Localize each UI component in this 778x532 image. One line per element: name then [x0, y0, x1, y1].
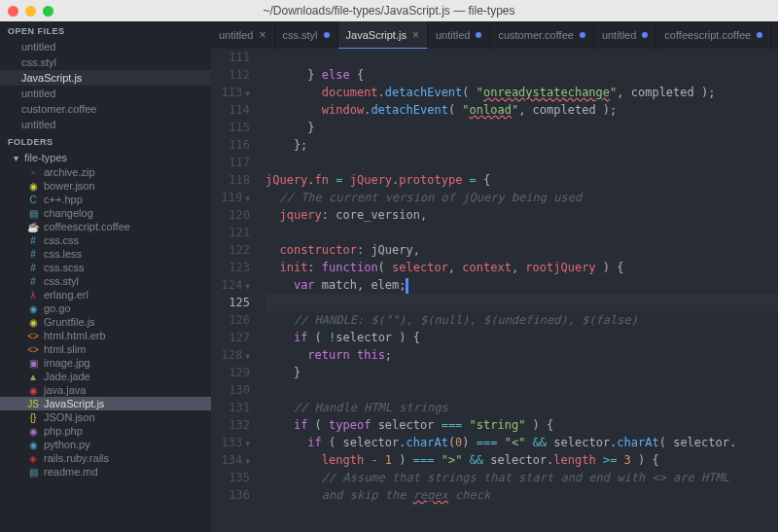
line-number[interactable]: 113▼ — [211, 84, 250, 101]
tab[interactable]: untitled× — [211, 21, 275, 49]
tree-item[interactable]: Cc++.hpp — [0, 193, 211, 206]
tab[interactable]: JavaScript.js× — [338, 21, 428, 49]
tree-item[interactable]: {}JSON.json — [0, 410, 211, 424]
tree-item[interactable]: ◉bower.json — [0, 179, 211, 193]
line-number[interactable]: 123 — [211, 259, 250, 276]
minimize-window-icon[interactable] — [25, 6, 36, 17]
tree-item[interactable]: <>html.slim — [0, 342, 211, 356]
tree-item[interactable]: ▫archive.zip — [0, 165, 211, 179]
tree-item[interactable]: #css.styl — [0, 274, 211, 288]
line-number[interactable]: 130 — [211, 381, 250, 399]
line-number[interactable]: 121 — [211, 224, 250, 241]
close-window-icon[interactable] — [8, 6, 18, 17]
fold-icon[interactable]: ▼ — [245, 89, 250, 98]
line-number[interactable]: 119▼ — [211, 189, 250, 206]
tree-item[interactable]: #css.scss — [0, 261, 211, 274]
code-line[interactable]: var match, elem; — [265, 276, 778, 294]
open-file-item[interactable]: customer.coffee — [0, 101, 211, 117]
code-line[interactable]: length - 1 ) === ">" && selector.length … — [265, 451, 778, 469]
line-number[interactable]: 135 — [211, 469, 250, 486]
code-line[interactable]: // HANDLE: $(""), $(null), $(undefined),… — [265, 311, 778, 329]
fold-icon[interactable]: ▼ — [245, 282, 250, 291]
tree-item[interactable]: ▣image.jpg — [0, 356, 211, 370]
line-number[interactable]: 120 — [211, 206, 250, 224]
fold-icon[interactable]: ▼ — [245, 440, 250, 448]
line-number[interactable]: 117 — [211, 154, 250, 171]
code-line[interactable]: return this; — [265, 346, 778, 364]
tree-item[interactable]: #css.less — [0, 247, 211, 261]
code-line[interactable]: }; — [265, 136, 778, 154]
tab[interactable]: coffeescript.coffee — [656, 21, 771, 49]
code-line[interactable] — [265, 381, 778, 399]
code-line[interactable]: // Assume that strings that start and en… — [265, 469, 778, 486]
close-icon[interactable]: × — [412, 28, 419, 42]
code-line[interactable] — [265, 154, 778, 171]
open-file-item[interactable]: JavaScript.js — [0, 70, 211, 86]
line-number[interactable]: 114 — [211, 101, 250, 119]
code-line[interactable]: if ( selector.charAt(0) === "<" && selec… — [265, 434, 778, 451]
line-number[interactable]: 122 — [211, 241, 250, 259]
maximize-window-icon[interactable] — [43, 6, 53, 17]
fold-icon[interactable]: ▼ — [245, 457, 250, 466]
tree-item[interactable]: ▤changelog — [0, 206, 211, 220]
tree-item[interactable]: ◉go.go — [0, 301, 211, 315]
line-number[interactable]: 127 — [211, 329, 250, 346]
open-file-item[interactable]: css.styl — [0, 54, 211, 70]
line-number[interactable]: 126 — [211, 311, 250, 329]
code-line[interactable]: document.detachEvent( "onreadystatechang… — [265, 84, 778, 101]
code-line[interactable]: } — [265, 364, 778, 381]
code-line[interactable] — [265, 294, 778, 311]
fold-icon[interactable]: ▼ — [245, 195, 250, 203]
code-line[interactable] — [265, 224, 778, 241]
code-editor[interactable]: 111112113▼114115116117118119▼12012112212… — [211, 49, 778, 532]
code-line[interactable]: jQuery.fn = jQuery.prototype = { — [265, 171, 778, 189]
fold-icon[interactable]: ▼ — [245, 352, 250, 361]
tree-item[interactable]: ◉Gruntfile.js — [0, 315, 211, 329]
folder-root[interactable]: ▾ file-types — [0, 150, 211, 165]
code-line[interactable]: jquery: core_version, — [265, 206, 778, 224]
line-number[interactable]: 118 — [211, 171, 250, 189]
tree-item[interactable]: ◉java.java — [0, 383, 211, 397]
tree-item[interactable]: λerlang.erl — [0, 288, 211, 301]
tree-item[interactable]: ☕coffeescript.coffee — [0, 220, 211, 233]
tree-item[interactable]: #css.css — [0, 233, 211, 247]
close-icon[interactable]: × — [259, 28, 265, 42]
line-number[interactable]: 115 — [211, 119, 250, 136]
code-content[interactable]: } else { document.detachEvent( "onreadys… — [260, 49, 778, 532]
code-line[interactable] — [265, 49, 778, 66]
line-number[interactable]: 129 — [211, 364, 250, 381]
line-number[interactable]: 136 — [211, 486, 250, 504]
tree-item[interactable]: ▤readme.md — [0, 465, 211, 479]
tree-item[interactable]: JSJavaScript.js — [0, 397, 211, 410]
tab[interactable]: untitled — [428, 21, 490, 49]
tree-item[interactable]: <>html.html.erb — [0, 329, 211, 342]
open-file-item[interactable]: untitled — [0, 86, 211, 101]
code-line[interactable]: } else { — [265, 66, 778, 84]
code-line[interactable]: } — [265, 119, 778, 136]
line-number[interactable]: 116 — [211, 136, 250, 154]
tab[interactable]: css.styl — [275, 21, 338, 49]
line-number[interactable]: 124▼ — [211, 276, 250, 294]
tree-item[interactable]: ▲Jade.jade — [0, 370, 211, 383]
code-line[interactable]: constructor: jQuery, — [265, 241, 778, 259]
line-number[interactable]: 112 — [211, 66, 250, 84]
line-number[interactable]: 111 — [211, 49, 250, 66]
code-line[interactable]: window.detachEvent( "onload", completed … — [265, 101, 778, 119]
tab[interactable]: customer.coffee — [490, 21, 593, 49]
code-line[interactable]: and skip the regex check — [265, 486, 778, 504]
line-number[interactable]: 134▼ — [211, 451, 250, 469]
tab[interactable]: untitled — [594, 21, 656, 49]
code-line[interactable]: if ( !selector ) { — [265, 329, 778, 346]
code-line[interactable]: // The current version of jQuery being u… — [265, 189, 778, 206]
line-number[interactable]: 128▼ — [211, 346, 250, 364]
tree-item[interactable]: ◉php.php — [0, 424, 211, 438]
tree-item[interactable]: ◉python.py — [0, 438, 211, 451]
line-number[interactable]: 131 — [211, 399, 250, 416]
open-file-item[interactable]: untitled — [0, 39, 211, 54]
tree-item[interactable]: ◈rails.ruby.rails — [0, 451, 211, 465]
line-number[interactable]: 133▼ — [211, 434, 250, 451]
code-line[interactable]: if ( typeof selector === "string" ) { — [265, 416, 778, 434]
open-file-item[interactable]: untitled — [0, 117, 211, 132]
code-line[interactable]: // Handle HTML strings — [265, 399, 778, 416]
code-line[interactable]: init: function( selector, context, rootj… — [265, 259, 778, 276]
